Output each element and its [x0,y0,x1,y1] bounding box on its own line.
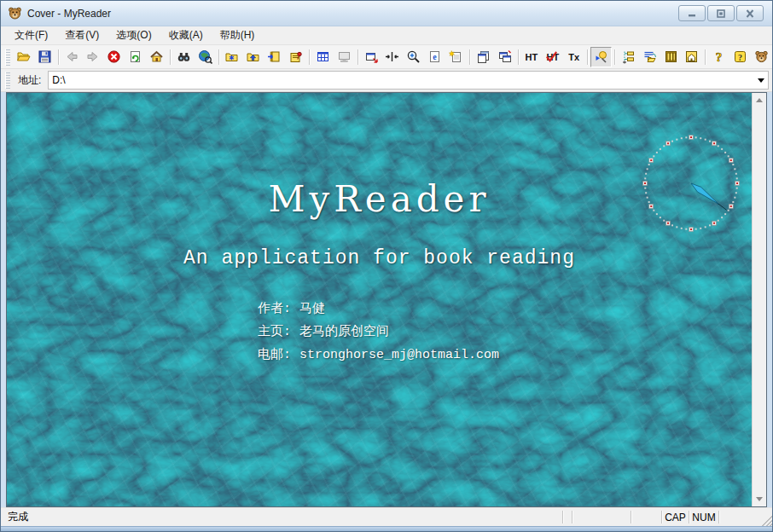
menu-options[interactable]: 选项(O) [108,26,160,45]
forward-button[interactable] [83,47,104,67]
cover-subtitle: An application for book reading [7,247,752,269]
addressbar-grip[interactable] [5,72,10,89]
globe-search-icon [198,49,212,64]
fit-width-icon [385,49,399,64]
toolbar-separator [357,49,358,65]
toolbar-separator [518,49,519,65]
menu-view[interactable]: 查看(V) [56,26,108,45]
binoculars-icon [177,49,191,64]
back-button[interactable] [61,47,83,67]
content-frame: MyReader An application for book reading… [1,92,772,507]
caps-lock-indicator: CAP [662,508,689,526]
open-folder-icon [16,49,31,64]
book-pin-icon [288,49,303,64]
monitor-icon [337,49,352,64]
window-title: Cover - MyReader [27,8,678,20]
red-check-icon [544,49,559,64]
import-book-icon [267,49,282,64]
toc-tree-button[interactable] [618,47,639,67]
forward-arrow-icon [85,49,100,64]
search-web-button[interactable] [195,47,216,67]
bookshelf-icon [664,49,678,64]
help-button[interactable]: ? [708,47,729,67]
reading-mode-icon [594,49,608,64]
bear-app-icon [8,6,22,20]
browser-button[interactable]: e [424,47,445,67]
save-button[interactable] [34,47,55,67]
resize-window-icon [364,49,379,64]
close-button[interactable] [736,5,764,21]
edit-bookmark-button[interactable] [285,47,306,67]
new-favorite-folder-button[interactable] [222,47,243,67]
new-page-button[interactable] [445,47,467,67]
email-link[interactable]: stronghorse_mj@hotmail.com [299,348,499,362]
reading-mode-button[interactable] [590,47,612,67]
author-value: 马健 [299,302,325,316]
zoom-button[interactable] [403,47,424,67]
html-checked-mode-button[interactable]: HT [542,47,563,67]
scroll-up-button[interactable] [753,93,766,107]
import-book-button[interactable] [264,47,285,67]
address-dropdown-button[interactable] [753,72,768,89]
folder-up-button[interactable] [242,47,264,67]
toolbar-grip[interactable] [5,49,10,66]
library-home-button[interactable] [681,47,702,67]
refresh-button[interactable] [125,47,146,67]
back-arrow-icon [65,49,79,64]
status-text: 完成 [1,510,562,524]
vertical-scrollbar[interactable] [752,93,766,506]
browser-page-icon: e [427,49,442,64]
status-pane [719,508,758,526]
find-button[interactable] [173,47,195,67]
window-bottom-frame [1,526,772,531]
html-mode-label: HT [526,52,538,62]
minimize-button[interactable] [678,5,706,21]
context-help-button[interactable]: ? [729,47,751,67]
folder-star-icon [224,49,239,64]
zoom-in-icon [406,49,421,64]
author-label: 作者: [258,302,291,316]
toolbar-separator [587,49,588,65]
folder-up-icon [246,49,260,64]
toolbar-separator [58,49,59,65]
menu-bar: 文件(F) 查看(V) 选项(O) 收藏(A) 帮助(H) [1,26,772,45]
home-icon [149,49,164,64]
context-help-icon: ? [733,49,747,64]
status-bar: 完成 CAP NUM [1,507,772,526]
copy-pages-button[interactable] [473,47,494,67]
address-input[interactable] [49,72,753,88]
html-mode-button[interactable]: HT [521,47,543,67]
resize-grip[interactable] [760,514,772,526]
menu-file[interactable]: 文件(F) [6,26,56,45]
open-button[interactable] [13,47,34,67]
menu-favorites[interactable]: 收藏(A) [160,26,212,45]
close-icon [745,9,755,18]
thumbnail-view-button[interactable] [312,47,334,67]
open-book-list-button[interactable] [639,47,660,67]
homepage-link[interactable]: 老马的原创空间 [299,325,389,339]
address-bar: 地址: [1,69,772,92]
author-row: 作者:马健 [258,298,499,321]
resize-window-button[interactable] [361,47,382,67]
toc-tree-icon [621,49,636,64]
menu-help[interactable]: 帮助(H) [212,26,264,45]
about-button[interactable] [751,47,772,67]
svg-text:?: ? [716,50,723,64]
cascade-windows-button[interactable] [494,47,515,67]
scroll-down-button[interactable] [753,492,766,506]
help-icon: ? [712,49,726,64]
toolbar-separator [614,49,615,65]
svg-text:e: e [433,52,437,61]
num-lock-indicator: NUM [689,508,718,526]
toolbar: e HT HT Tx ? ? [1,45,772,69]
toolbar-separator [170,49,171,65]
cover-info-block: 作者:马健 主页:老马的原创空间 电邮:stronghorse_mj@hotma… [258,298,499,367]
fullscreen-button[interactable] [334,47,355,67]
fit-width-button[interactable] [381,47,403,67]
email-label: 电邮: [258,348,291,362]
text-mode-button[interactable]: Tx [563,47,584,67]
maximize-button[interactable] [707,5,735,21]
home-button[interactable] [146,47,167,67]
stop-button[interactable] [103,47,125,67]
bookshelf-button[interactable] [660,47,682,67]
